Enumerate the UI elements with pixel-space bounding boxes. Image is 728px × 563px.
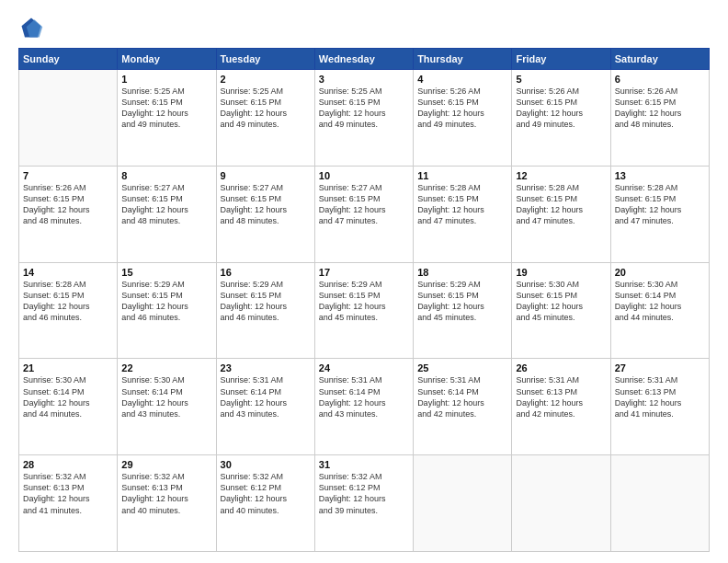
calendar-week-row: 14Sunrise: 5:28 AM Sunset: 6:15 PM Dayli… — [19, 262, 710, 359]
day-number: 26 — [516, 362, 606, 373]
calendar-cell: 13Sunrise: 5:28 AM Sunset: 6:15 PM Dayli… — [610, 166, 709, 262]
day-info: Sunrise: 5:29 AM Sunset: 6:15 PM Dayligh… — [319, 279, 409, 324]
logo — [18, 15, 48, 40]
day-number: 23 — [221, 362, 311, 373]
weekday-header: Friday — [512, 49, 610, 70]
page: SundayMondayTuesdayWednesdayThursdayFrid… — [0, 0, 728, 563]
day-info: Sunrise: 5:25 AM Sunset: 6:15 PM Dayligh… — [121, 86, 211, 131]
day-info: Sunrise: 5:30 AM Sunset: 6:14 PM Dayligh… — [615, 279, 705, 324]
day-number: 4 — [417, 74, 507, 85]
day-info: Sunrise: 5:31 AM Sunset: 6:13 PM Dayligh… — [615, 374, 705, 419]
day-number: 16 — [221, 267, 311, 278]
day-info: Sunrise: 5:27 AM Sunset: 6:15 PM Dayligh… — [121, 182, 211, 227]
day-info: Sunrise: 5:29 AM Sunset: 6:15 PM Dayligh… — [417, 279, 507, 324]
day-number: 3 — [319, 74, 409, 85]
day-info: Sunrise: 5:28 AM Sunset: 6:15 PM Dayligh… — [615, 182, 705, 227]
day-info: Sunrise: 5:30 AM Sunset: 6:14 PM Dayligh… — [23, 374, 113, 419]
day-number: 14 — [23, 267, 113, 278]
logo-icon — [18, 15, 44, 40]
day-info: Sunrise: 5:26 AM Sunset: 6:15 PM Dayligh… — [615, 86, 705, 131]
calendar-cell: 6Sunrise: 5:26 AM Sunset: 6:15 PM Daylig… — [610, 70, 709, 167]
calendar-cell: 19Sunrise: 5:30 AM Sunset: 6:15 PM Dayli… — [512, 262, 610, 359]
day-number: 12 — [516, 170, 606, 181]
calendar-cell: 23Sunrise: 5:31 AM Sunset: 6:14 PM Dayli… — [216, 359, 314, 455]
weekday-header: Wednesday — [314, 49, 413, 70]
day-info: Sunrise: 5:25 AM Sunset: 6:15 PM Dayligh… — [221, 86, 311, 131]
calendar-cell — [512, 455, 610, 552]
header — [18, 15, 710, 40]
calendar-cell: 22Sunrise: 5:30 AM Sunset: 6:14 PM Dayli… — [118, 359, 216, 455]
day-number: 15 — [121, 267, 211, 278]
calendar-week-row: 7Sunrise: 5:26 AM Sunset: 6:15 PM Daylig… — [19, 166, 710, 262]
day-number: 9 — [221, 170, 311, 181]
calendar-week-row: 28Sunrise: 5:32 AM Sunset: 6:13 PM Dayli… — [19, 455, 710, 552]
weekday-header: Sunday — [19, 49, 118, 70]
day-info: Sunrise: 5:31 AM Sunset: 6:14 PM Dayligh… — [319, 374, 409, 419]
weekday-header: Saturday — [610, 49, 709, 70]
calendar-cell: 3Sunrise: 5:25 AM Sunset: 6:15 PM Daylig… — [314, 70, 413, 167]
weekday-header: Tuesday — [216, 49, 314, 70]
day-number: 1 — [121, 74, 211, 85]
day-number: 31 — [319, 459, 409, 470]
day-info: Sunrise: 5:25 AM Sunset: 6:15 PM Dayligh… — [319, 86, 409, 131]
calendar-cell: 12Sunrise: 5:28 AM Sunset: 6:15 PM Dayli… — [512, 166, 610, 262]
weekday-header: Thursday — [414, 49, 512, 70]
calendar-week-row: 21Sunrise: 5:30 AM Sunset: 6:14 PM Dayli… — [19, 359, 710, 455]
day-info: Sunrise: 5:26 AM Sunset: 6:15 PM Dayligh… — [516, 86, 606, 131]
calendar-cell: 31Sunrise: 5:32 AM Sunset: 6:12 PM Dayli… — [314, 455, 413, 552]
calendar-cell: 4Sunrise: 5:26 AM Sunset: 6:15 PM Daylig… — [414, 70, 512, 167]
calendar-cell — [414, 455, 512, 552]
day-info: Sunrise: 5:26 AM Sunset: 6:15 PM Dayligh… — [23, 182, 113, 227]
calendar-cell: 18Sunrise: 5:29 AM Sunset: 6:15 PM Dayli… — [414, 262, 512, 359]
calendar-cell: 25Sunrise: 5:31 AM Sunset: 6:14 PM Dayli… — [414, 359, 512, 455]
day-number: 28 — [23, 459, 113, 470]
day-info: Sunrise: 5:29 AM Sunset: 6:15 PM Dayligh… — [121, 279, 211, 324]
day-number: 17 — [319, 267, 409, 278]
calendar-week-row: 1Sunrise: 5:25 AM Sunset: 6:15 PM Daylig… — [19, 70, 710, 167]
calendar-cell: 11Sunrise: 5:28 AM Sunset: 6:15 PM Dayli… — [414, 166, 512, 262]
calendar-cell: 24Sunrise: 5:31 AM Sunset: 6:14 PM Dayli… — [314, 359, 413, 455]
day-number: 22 — [121, 362, 211, 373]
calendar-cell — [19, 70, 118, 167]
day-info: Sunrise: 5:29 AM Sunset: 6:15 PM Dayligh… — [221, 279, 311, 324]
day-number: 21 — [23, 362, 113, 373]
day-number: 10 — [319, 170, 409, 181]
weekday-header: Monday — [118, 49, 216, 70]
calendar-cell: 15Sunrise: 5:29 AM Sunset: 6:15 PM Dayli… — [118, 262, 216, 359]
day-number: 30 — [221, 459, 311, 470]
calendar-cell: 30Sunrise: 5:32 AM Sunset: 6:12 PM Dayli… — [216, 455, 314, 552]
day-number: 24 — [319, 362, 409, 373]
calendar-cell: 29Sunrise: 5:32 AM Sunset: 6:13 PM Dayli… — [118, 455, 216, 552]
day-number: 13 — [615, 170, 705, 181]
calendar-cell: 2Sunrise: 5:25 AM Sunset: 6:15 PM Daylig… — [216, 70, 314, 167]
calendar-cell: 21Sunrise: 5:30 AM Sunset: 6:14 PM Dayli… — [19, 359, 118, 455]
day-info: Sunrise: 5:32 AM Sunset: 6:13 PM Dayligh… — [121, 471, 211, 516]
day-info: Sunrise: 5:30 AM Sunset: 6:15 PM Dayligh… — [516, 279, 606, 324]
calendar-cell: 17Sunrise: 5:29 AM Sunset: 6:15 PM Dayli… — [314, 262, 413, 359]
calendar-cell: 14Sunrise: 5:28 AM Sunset: 6:15 PM Dayli… — [19, 262, 118, 359]
day-info: Sunrise: 5:28 AM Sunset: 6:15 PM Dayligh… — [417, 182, 507, 227]
day-number: 6 — [615, 74, 705, 85]
day-info: Sunrise: 5:31 AM Sunset: 6:14 PM Dayligh… — [221, 374, 311, 419]
day-info: Sunrise: 5:31 AM Sunset: 6:14 PM Dayligh… — [417, 374, 507, 419]
calendar-cell: 27Sunrise: 5:31 AM Sunset: 6:13 PM Dayli… — [610, 359, 709, 455]
day-number: 27 — [615, 362, 705, 373]
calendar-header-row: SundayMondayTuesdayWednesdayThursdayFrid… — [19, 49, 710, 70]
calendar-cell: 9Sunrise: 5:27 AM Sunset: 6:15 PM Daylig… — [216, 166, 314, 262]
calendar-cell: 8Sunrise: 5:27 AM Sunset: 6:15 PM Daylig… — [118, 166, 216, 262]
calendar-cell: 5Sunrise: 5:26 AM Sunset: 6:15 PM Daylig… — [512, 70, 610, 167]
day-info: Sunrise: 5:32 AM Sunset: 6:13 PM Dayligh… — [23, 471, 113, 516]
day-number: 25 — [417, 362, 507, 373]
day-info: Sunrise: 5:30 AM Sunset: 6:14 PM Dayligh… — [121, 374, 211, 419]
day-info: Sunrise: 5:28 AM Sunset: 6:15 PM Dayligh… — [516, 182, 606, 227]
day-number: 19 — [516, 267, 606, 278]
day-number: 18 — [417, 267, 507, 278]
calendar-cell: 10Sunrise: 5:27 AM Sunset: 6:15 PM Dayli… — [314, 166, 413, 262]
day-number: 5 — [516, 74, 606, 85]
day-number: 8 — [121, 170, 211, 181]
day-number: 29 — [121, 459, 211, 470]
day-number: 11 — [417, 170, 507, 181]
day-number: 2 — [221, 74, 311, 85]
day-number: 20 — [615, 267, 705, 278]
calendar-cell: 1Sunrise: 5:25 AM Sunset: 6:15 PM Daylig… — [118, 70, 216, 167]
